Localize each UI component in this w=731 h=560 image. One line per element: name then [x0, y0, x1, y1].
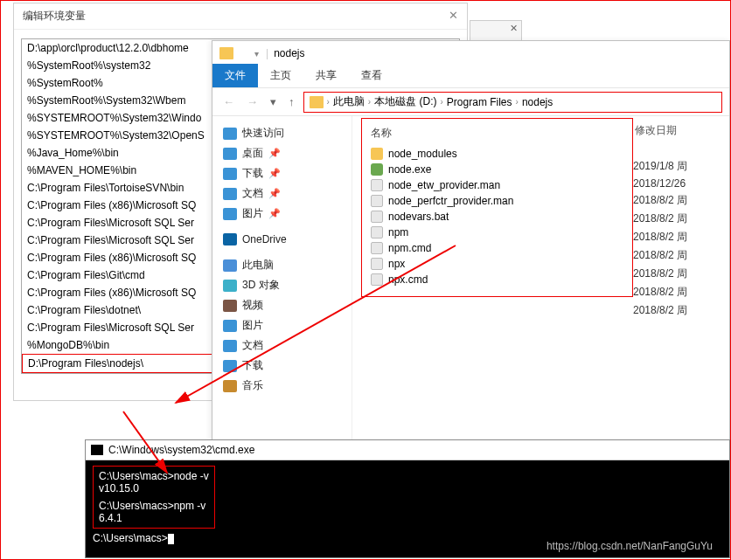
tab-file[interactable]: 文件: [212, 64, 258, 87]
file-icon: [371, 179, 383, 191]
file-row[interactable]: node_etw_provider.man: [367, 177, 627, 193]
music-icon: [223, 380, 237, 392]
tab-home[interactable]: 主页: [258, 64, 303, 87]
cloud-icon: [223, 233, 237, 245]
ribbon-tabs: 文件 主页 共享 查看: [212, 66, 729, 88]
column-header-date[interactable]: 修改日期: [633, 120, 721, 157]
cursor-icon: [168, 534, 174, 544]
file-row[interactable]: npm.cmd: [367, 240, 627, 256]
document-icon: [223, 340, 237, 352]
sidebar-videos[interactable]: 视频: [218, 295, 346, 315]
file-row[interactable]: nodevars.bat: [367, 209, 627, 225]
dialog-title: 编辑环境变量: [23, 9, 86, 24]
file-icon: [371, 226, 383, 239]
star-icon: [223, 128, 237, 140]
explorer-titlebar: ▾ | nodejs: [212, 41, 729, 66]
sidebar-quick-access[interactable]: 快速访问: [218, 123, 346, 143]
pin-icon: 📌: [268, 168, 281, 179]
explorer-window: ▾ | nodejs 文件 主页 共享 查看 ← → ▾ ↑ › 此电脑 › 本…: [212, 40, 730, 442]
sidebar-pictures[interactable]: 图片📌: [218, 204, 346, 224]
path-pf[interactable]: Program Files: [447, 96, 512, 108]
chevron-down-icon[interactable]: ▾: [254, 49, 259, 59]
sidebar-downloads[interactable]: 下载: [218, 356, 346, 376]
cube-icon: [223, 280, 237, 292]
navigation-pane: 快速访问 桌面📌 下载📌 文档📌 图片📌 OneDrive 此电脑 3D 对象 …: [212, 116, 352, 441]
sidebar-3d-objects[interactable]: 3D 对象: [218, 275, 346, 295]
sidebar-desktop[interactable]: 桌面📌: [218, 143, 346, 163]
forward-icon[interactable]: →: [243, 95, 261, 108]
folder-icon: [371, 148, 383, 160]
sidebar-documents[interactable]: 文档: [218, 335, 346, 356]
sidebar-downloads[interactable]: 下载📌: [218, 163, 346, 183]
tab-view[interactable]: 查看: [349, 64, 394, 87]
file-row[interactable]: node_perfctr_provider.man: [367, 193, 627, 209]
watermark: https://blog.csdn.net/NanFangGuYu: [547, 540, 713, 552]
download-icon: [223, 360, 237, 372]
back-icon[interactable]: ←: [219, 95, 238, 108]
file-icon: [371, 211, 383, 223]
folder-icon: [219, 47, 233, 59]
file-icon: [371, 195, 383, 207]
column-header-name[interactable]: 名称: [367, 124, 627, 146]
file-row[interactable]: node_modules: [367, 146, 627, 162]
file-list-highlight: 名称 node_modules node.exe node_etw_provid…: [361, 118, 633, 297]
file-row[interactable]: node.exe: [367, 162, 627, 177]
picture-icon: [223, 320, 237, 332]
cmd-icon: [91, 445, 103, 455]
sidebar-this-pc[interactable]: 此电脑: [218, 255, 346, 275]
file-row[interactable]: npx: [367, 256, 627, 272]
dialog-titlebar: 编辑环境变量 ✕: [14, 3, 467, 30]
path-leaf[interactable]: nodejs: [522, 96, 553, 108]
close-icon[interactable]: ✕: [510, 23, 518, 34]
close-icon[interactable]: ✕: [449, 9, 458, 24]
file-list: 名称 node_modules node.exe node_etw_provid…: [352, 116, 729, 441]
pin-icon: 📌: [268, 208, 281, 219]
background-tab: ✕: [470, 20, 522, 41]
picture-icon: [223, 208, 237, 220]
tab-share[interactable]: 共享: [303, 64, 349, 87]
chevron-down-icon[interactable]: ▾: [267, 95, 280, 108]
folder-icon: [310, 96, 324, 108]
file-icon: [371, 273, 383, 286]
address-bar[interactable]: › 此电脑 › 本地磁盘 (D:) › Program Files › node…: [303, 92, 723, 113]
cmd-body[interactable]: C:\Users\macs>node -v v10.15.0 C:\Users\…: [86, 460, 729, 550]
quick-access-icon[interactable]: [239, 47, 251, 59]
up-icon[interactable]: ↑: [285, 95, 298, 108]
video-icon: [223, 300, 237, 312]
sidebar-music[interactable]: 音乐: [218, 376, 346, 396]
cmd-output-highlight: C:\Users\macs>node -v v10.15.0 C:\Users\…: [93, 466, 215, 529]
sidebar-onedrive[interactable]: OneDrive: [218, 231, 346, 248]
document-icon: [223, 188, 237, 200]
download-icon: [223, 168, 237, 180]
window-title: nodejs: [274, 47, 304, 59]
pin-icon: 📌: [268, 188, 281, 199]
file-row[interactable]: npx.cmd: [367, 272, 627, 287]
address-bar-row: ← → ▾ ↑ › 此电脑 › 本地磁盘 (D:) › Program File…: [212, 88, 729, 116]
exe-icon: [371, 163, 383, 176]
file-row[interactable]: npm: [367, 225, 627, 240]
pc-icon: [223, 259, 237, 272]
cmd-titlebar: C:\Windows\system32\cmd.exe: [86, 440, 729, 460]
desktop-icon: [223, 148, 237, 160]
sidebar-documents[interactable]: 文档📌: [218, 183, 346, 204]
sidebar-pictures[interactable]: 图片: [218, 315, 346, 335]
path-root[interactable]: 此电脑: [333, 94, 365, 109]
file-icon: [371, 258, 383, 270]
cmd-title-text: C:\Windows\system32\cmd.exe: [108, 444, 254, 456]
path-drive[interactable]: 本地磁盘 (D:): [374, 94, 436, 109]
pin-icon: 📌: [268, 148, 281, 159]
file-icon: [371, 242, 383, 254]
date-column: 修改日期 2019/1/8 周 2018/12/26 2018/8/2 周 20…: [633, 116, 721, 441]
